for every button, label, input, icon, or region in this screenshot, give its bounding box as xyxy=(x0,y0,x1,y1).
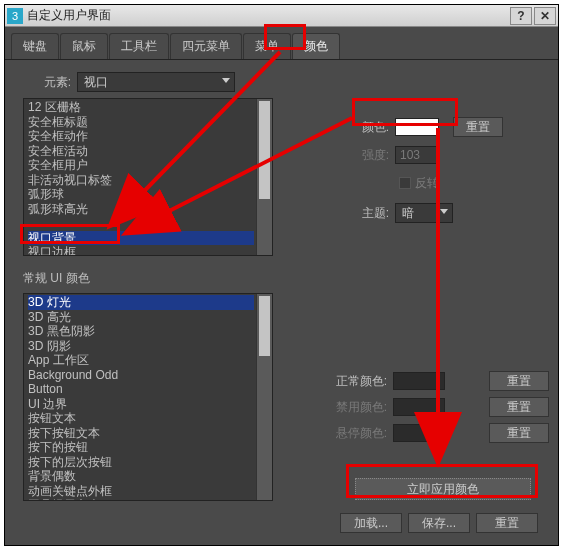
save-button[interactable]: 保存... xyxy=(408,513,470,533)
tab-quadmenu[interactable]: 四元菜单 xyxy=(170,33,242,59)
list-item[interactable]: 动画关键点外框 xyxy=(28,484,254,499)
chevron-down-icon xyxy=(222,78,230,83)
normal-color-swatch[interactable] xyxy=(393,372,445,390)
scrollbar-thumb[interactable] xyxy=(259,296,270,356)
titlebar: 3 自定义用户界面 ? ✕ xyxy=(5,5,558,27)
list-item[interactable]: 3D 高光 xyxy=(28,310,254,325)
list-item[interactable]: 安全框用户 xyxy=(28,158,254,173)
list-item[interactable]: 12 区栅格 xyxy=(28,100,254,115)
color-swatch[interactable] xyxy=(395,118,439,136)
list-item[interactable]: Button xyxy=(28,382,254,397)
scrollbar[interactable] xyxy=(256,294,272,500)
theme-select[interactable]: 暗 xyxy=(395,203,453,223)
list-item[interactable]: 按下的层次按钮 xyxy=(28,455,254,470)
tab-menu[interactable]: 菜单 xyxy=(243,33,291,59)
disabled-reset-button[interactable]: 重置 xyxy=(489,397,549,417)
general-colors-listbox[interactable]: 3D 灯光3D 高光3D 黑色阴影3D 阴影App 工作区Background … xyxy=(23,293,273,501)
chevron-down-icon xyxy=(440,209,448,214)
invert-checkbox[interactable]: 反转 xyxy=(399,175,439,192)
list-item[interactable]: 按钮文本 xyxy=(28,411,254,426)
load-button[interactable]: 加载... xyxy=(340,513,402,533)
tab-keyboard[interactable]: 键盘 xyxy=(11,33,59,59)
app-icon: 3 xyxy=(7,8,23,24)
hover-reset-button[interactable]: 重置 xyxy=(489,423,549,443)
elements-label: 元素: xyxy=(37,74,77,91)
tab-toolbar[interactable]: 工具栏 xyxy=(109,33,169,59)
close-button[interactable]: ✕ xyxy=(534,7,556,25)
color-controls: 颜色: 重置 强度: 103 反转 主题: 暗 xyxy=(339,116,549,230)
list-item[interactable]: 非活动视口标签 xyxy=(28,173,254,188)
list-item[interactable]: 视口边框 xyxy=(28,245,254,256)
theme-value: 暗 xyxy=(402,205,414,222)
list-item[interactable]: 视口背景 xyxy=(28,231,254,246)
reset-button[interactable]: 重置 xyxy=(476,513,538,533)
list-item[interactable]: 3D 灯光 xyxy=(28,295,254,310)
tab-colors[interactable]: 颜色 xyxy=(292,33,340,59)
list-item[interactable]: 弧形球高光 xyxy=(28,202,254,217)
normal-reset-button[interactable]: 重置 xyxy=(489,371,549,391)
intensity-spinner[interactable]: 103 xyxy=(395,146,439,164)
intensity-label: 强度: xyxy=(339,147,395,164)
list-item[interactable]: 按下按钮文本 xyxy=(28,426,254,441)
tab-mouse[interactable]: 鼠标 xyxy=(60,33,108,59)
color-reset-button[interactable]: 重置 xyxy=(453,117,503,137)
tab-bar: 键盘 鼠标 工具栏 四元菜单 菜单 颜色 xyxy=(5,27,558,60)
list-item[interactable]: 安全框动作 xyxy=(28,129,254,144)
list-item[interactable]: Background Odd xyxy=(28,368,254,383)
list-item[interactable]: 3D 阴影 xyxy=(28,339,254,354)
help-button[interactable]: ? xyxy=(510,7,532,25)
scrollbar-thumb[interactable] xyxy=(259,101,270,199)
content-area: 元素: 视口 12 区栅格安全框标题安全框动作安全框活动安全框用户非活动视口标签… xyxy=(5,60,558,545)
disabled-color-swatch[interactable] xyxy=(393,398,445,416)
hover-color-label: 悬停颜色: xyxy=(325,425,387,442)
checkbox-icon xyxy=(399,177,411,189)
bottom-buttons: 加载... 保存... 重置 xyxy=(340,513,538,533)
list-item[interactable]: 安全框活动 xyxy=(28,144,254,159)
disabled-color-label: 禁用颜色: xyxy=(325,399,387,416)
list-item[interactable]: 3D 黑色阴影 xyxy=(28,324,254,339)
elements-listbox[interactable]: 12 区栅格安全框标题安全框动作安全框活动安全框用户非活动视口标签弧形球弧形球高… xyxy=(23,98,273,256)
list-item[interactable]: 工具提示文本 xyxy=(28,498,254,501)
list-item[interactable]: App 工作区 xyxy=(28,353,254,368)
apply-colors-button[interactable]: 立即应用颜色 xyxy=(355,478,531,500)
list-item[interactable] xyxy=(28,216,254,231)
customize-ui-window: 3 自定义用户界面 ? ✕ 键盘 鼠标 工具栏 四元菜单 菜单 颜色 元素: 视… xyxy=(4,4,559,546)
normal-color-label: 正常颜色: xyxy=(325,373,387,390)
invert-label: 反转 xyxy=(415,175,439,192)
theme-label: 主题: xyxy=(339,205,395,222)
general-colors-label: 常规 UI 颜色 xyxy=(23,270,540,287)
color-state-controls: 正常颜色: 重置 禁用颜色: 重置 悬停颜色: 重置 xyxy=(325,370,549,448)
color-label: 颜色: xyxy=(339,119,395,136)
list-item[interactable]: 弧形球 xyxy=(28,187,254,202)
elements-select[interactable]: 视口 xyxy=(77,72,235,92)
list-item[interactable]: 背景偶数 xyxy=(28,469,254,484)
list-item[interactable]: 按下的按钮 xyxy=(28,440,254,455)
window-title: 自定义用户界面 xyxy=(27,7,508,24)
elements-select-value: 视口 xyxy=(84,74,108,91)
list-item[interactable]: UI 边界 xyxy=(28,397,254,412)
scrollbar[interactable] xyxy=(256,99,272,255)
hover-color-swatch[interactable] xyxy=(393,424,445,442)
list-item[interactable]: 安全框标题 xyxy=(28,115,254,130)
